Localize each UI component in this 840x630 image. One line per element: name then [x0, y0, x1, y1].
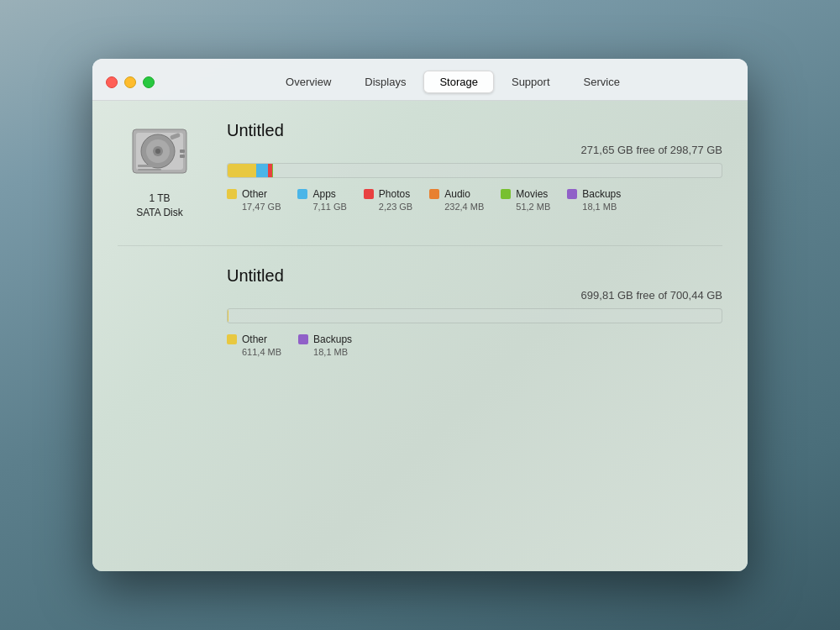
storage-content: 1 TBSATA Disk Untitled 271,65 GB free of…: [92, 101, 748, 571]
disk-free-1: 699,81 GB free of 700,44 GB: [227, 289, 722, 302]
svg-rect-9: [180, 150, 185, 153]
legend-name-movies: Movies: [516, 188, 548, 200]
disk-info-1: Untitled 699,81 GB free of 700,44 GB Oth…: [227, 263, 722, 357]
bar-segment-other: [228, 164, 256, 177]
tab-support[interactable]: Support: [496, 71, 566, 93]
maximize-button[interactable]: [143, 76, 155, 88]
disk-free-0: 271,65 GB free of 298,77 GB: [227, 144, 722, 156]
disk-label: 1 TBSATA Disk: [136, 192, 183, 220]
legend-name-audio: Audio: [444, 188, 470, 200]
legend-dot-backups: [567, 189, 577, 199]
legend-item-backups: Backups 18,1 MB: [298, 333, 352, 357]
legend-item-other: Other 611,4 MB: [227, 333, 281, 357]
legend-dot-audio: [429, 189, 439, 199]
legend-dot-other: [227, 334, 237, 344]
legend-0: Other 17,47 GB Apps 7,11 GB Photos 2,23 …: [227, 188, 722, 212]
close-button[interactable]: [106, 76, 118, 88]
legend-size-backups: 18,1 MB: [582, 202, 621, 212]
svg-point-5: [155, 149, 160, 154]
minimize-button[interactable]: [124, 76, 136, 88]
legend-item-apps: Apps 7,11 GB: [297, 188, 346, 212]
legend-name-other: Other: [242, 188, 267, 200]
disk-name-1: Untitled: [227, 266, 722, 286]
legend-item-movies: Movies 51,2 MB: [501, 188, 550, 212]
svg-rect-7: [138, 165, 161, 167]
legend-size-other: 611,4 MB: [242, 347, 281, 357]
svg-rect-8: [138, 169, 161, 171]
legend-size-other: 17,47 GB: [242, 202, 281, 212]
legend-name-backups: Backups: [313, 333, 352, 345]
disk-icon-area: 1 TBSATA Disk: [118, 118, 202, 220]
disk-name-0: Untitled: [227, 121, 722, 140]
tab-displays[interactable]: Displays: [349, 71, 422, 93]
svg-rect-10: [180, 155, 185, 158]
legend-item-backups: Backups 18,1 MB: [567, 188, 621, 212]
bar-segment-apps: [256, 164, 268, 177]
legend-name-apps: Apps: [312, 188, 335, 200]
legend-dot-apps: [297, 189, 307, 199]
legend-dot-photos: [364, 189, 374, 199]
legend-name-other: Other: [242, 333, 267, 345]
legend-dot-other: [227, 189, 237, 199]
disk-section-1: Untitled 699,81 GB free of 700,44 GB Oth…: [118, 263, 722, 357]
disk-info-0: Untitled 271,65 GB free of 298,77 GB Oth…: [227, 118, 722, 212]
tab-bar: OverviewDisplaysStorageSupportService: [171, 71, 734, 93]
legend-size-apps: 7,11 GB: [312, 202, 346, 212]
legend-1: Other 611,4 MB Backups 18,1 MB: [227, 333, 722, 357]
legend-name-photos: Photos: [379, 188, 410, 200]
disk-section-0: 1 TBSATA Disk Untitled 271,65 GB free of…: [118, 118, 722, 220]
legend-dot-movies: [501, 189, 511, 199]
storage-bar-1: [227, 308, 722, 323]
divider: [118, 245, 722, 246]
legend-size-movies: 51,2 MB: [516, 202, 550, 212]
tab-storage[interactable]: Storage: [423, 71, 494, 93]
legend-name-backups: Backups: [582, 188, 621, 200]
legend-size-photos: 2,23 GB: [379, 202, 412, 212]
tab-service[interactable]: Service: [568, 71, 636, 93]
legend-item-photos: Photos 2,23 GB: [364, 188, 412, 212]
about-this-mac-window: OverviewDisplaysStorageSupportService: [92, 59, 748, 571]
storage-bar-0: [227, 163, 722, 178]
legend-size-audio: 232,4 MB: [444, 202, 484, 212]
traffic-lights: [106, 76, 155, 88]
disk-icon: [126, 118, 193, 185]
legend-size-backups: 18,1 MB: [313, 347, 352, 357]
tab-overview[interactable]: Overview: [270, 71, 347, 93]
legend-item-audio: Audio 232,4 MB: [429, 188, 484, 212]
legend-item-other: Other 17,47 GB: [227, 188, 281, 212]
legend-dot-backups: [298, 334, 308, 344]
title-bar: OverviewDisplaysStorageSupportService: [92, 59, 748, 101]
